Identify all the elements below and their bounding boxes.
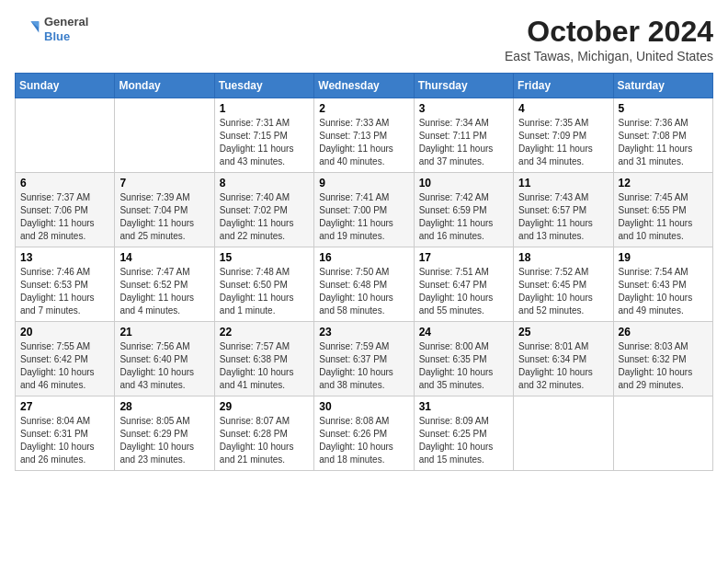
day-number: 13 <box>20 251 109 264</box>
calendar-cell: 13Sunrise: 7:46 AM Sunset: 6:53 PM Dayli… <box>16 247 115 322</box>
calendar-cell: 17Sunrise: 7:51 AM Sunset: 6:47 PM Dayli… <box>414 247 513 322</box>
day-info: Sunrise: 7:46 AM Sunset: 6:53 PM Dayligh… <box>20 266 109 317</box>
calendar-cell: 9Sunrise: 7:41 AM Sunset: 7:00 PM Daylig… <box>314 173 414 247</box>
calendar-cell: 18Sunrise: 7:52 AM Sunset: 6:45 PM Dayli… <box>514 247 613 322</box>
day-info: Sunrise: 7:52 AM Sunset: 6:45 PM Dayligh… <box>518 266 608 317</box>
header-day: Friday <box>514 74 613 98</box>
calendar-cell: 31Sunrise: 8:09 AM Sunset: 6:25 PM Dayli… <box>414 396 513 471</box>
header-row: SundayMondayTuesdayWednesdayThursdayFrid… <box>16 74 713 98</box>
day-info: Sunrise: 7:50 AM Sunset: 6:48 PM Dayligh… <box>319 266 408 317</box>
day-info: Sunrise: 8:00 AM Sunset: 6:35 PM Dayligh… <box>419 340 508 392</box>
day-info: Sunrise: 7:34 AM Sunset: 7:11 PM Dayligh… <box>419 117 508 168</box>
calendar-cell <box>613 396 712 471</box>
calendar-cell: 2Sunrise: 7:33 AM Sunset: 7:13 PM Daylig… <box>314 98 414 173</box>
day-info: Sunrise: 7:31 AM Sunset: 7:15 PM Dayligh… <box>220 117 309 168</box>
calendar-cell: 3Sunrise: 7:34 AM Sunset: 7:11 PM Daylig… <box>414 98 513 173</box>
day-number: 31 <box>419 400 508 413</box>
calendar-cell: 21Sunrise: 7:56 AM Sunset: 6:40 PM Dayli… <box>115 322 214 396</box>
calendar-cell: 22Sunrise: 7:57 AM Sunset: 6:38 PM Dayli… <box>214 322 313 396</box>
day-number: 18 <box>518 251 608 264</box>
day-number: 5 <box>619 102 708 115</box>
header-day: Monday <box>115 74 214 98</box>
day-info: Sunrise: 8:03 AM Sunset: 6:32 PM Dayligh… <box>619 340 708 392</box>
calendar-cell: 23Sunrise: 7:59 AM Sunset: 6:37 PM Dayli… <box>314 322 414 396</box>
calendar-cell: 11Sunrise: 7:43 AM Sunset: 6:57 PM Dayli… <box>514 173 613 247</box>
calendar-cell: 19Sunrise: 7:54 AM Sunset: 6:43 PM Dayli… <box>613 247 712 322</box>
day-number: 29 <box>220 400 309 413</box>
day-info: Sunrise: 7:43 AM Sunset: 6:57 PM Dayligh… <box>518 191 608 243</box>
logo-line1: General <box>44 15 88 29</box>
day-number: 16 <box>319 251 408 264</box>
day-number: 6 <box>20 177 109 190</box>
calendar-cell: 26Sunrise: 8:03 AM Sunset: 6:32 PM Dayli… <box>613 322 712 396</box>
day-info: Sunrise: 7:55 AM Sunset: 6:42 PM Dayligh… <box>20 340 109 392</box>
calendar-week-row: 27Sunrise: 8:04 AM Sunset: 6:31 PM Dayli… <box>16 396 713 471</box>
day-info: Sunrise: 8:08 AM Sunset: 6:26 PM Dayligh… <box>319 415 408 466</box>
day-number: 24 <box>419 326 508 339</box>
day-info: Sunrise: 7:35 AM Sunset: 7:09 PM Dayligh… <box>518 117 608 168</box>
day-number: 11 <box>518 177 608 190</box>
logo: General Blue <box>15 15 88 43</box>
logo-text: General Blue <box>44 15 88 43</box>
day-info: Sunrise: 7:59 AM Sunset: 6:37 PM Dayligh… <box>319 340 408 392</box>
day-info: Sunrise: 7:54 AM Sunset: 6:43 PM Dayligh… <box>619 266 708 317</box>
calendar-table: SundayMondayTuesdayWednesdayThursdayFrid… <box>15 73 713 471</box>
calendar-cell <box>16 98 115 173</box>
day-number: 2 <box>319 102 408 115</box>
month-title: October 2024 <box>505 15 713 49</box>
calendar-cell: 12Sunrise: 7:45 AM Sunset: 6:55 PM Dayli… <box>613 173 712 247</box>
day-number: 14 <box>119 251 209 264</box>
day-number: 3 <box>419 102 508 115</box>
day-number: 19 <box>619 251 708 264</box>
calendar-header: SundayMondayTuesdayWednesdayThursdayFrid… <box>16 74 713 98</box>
day-info: Sunrise: 8:04 AM Sunset: 6:31 PM Dayligh… <box>20 415 109 466</box>
day-info: Sunrise: 7:39 AM Sunset: 7:04 PM Dayligh… <box>119 191 209 243</box>
day-info: Sunrise: 8:09 AM Sunset: 6:25 PM Dayligh… <box>419 415 508 466</box>
day-number: 4 <box>518 102 608 115</box>
day-number: 30 <box>319 400 408 413</box>
calendar-week-row: 20Sunrise: 7:55 AM Sunset: 6:42 PM Dayli… <box>16 322 713 396</box>
day-number: 1 <box>220 102 309 115</box>
day-info: Sunrise: 7:37 AM Sunset: 7:06 PM Dayligh… <box>20 191 109 243</box>
day-number: 26 <box>619 326 708 339</box>
calendar-cell: 30Sunrise: 8:08 AM Sunset: 6:26 PM Dayli… <box>314 396 414 471</box>
calendar-cell: 29Sunrise: 8:07 AM Sunset: 6:28 PM Dayli… <box>214 396 313 471</box>
day-info: Sunrise: 8:05 AM Sunset: 6:29 PM Dayligh… <box>119 415 209 466</box>
location: East Tawas, Michigan, United States <box>505 49 713 63</box>
calendar-cell: 24Sunrise: 8:00 AM Sunset: 6:35 PM Dayli… <box>414 322 513 396</box>
day-info: Sunrise: 7:57 AM Sunset: 6:38 PM Dayligh… <box>220 340 309 392</box>
day-number: 25 <box>518 326 608 339</box>
calendar-cell: 5Sunrise: 7:36 AM Sunset: 7:08 PM Daylig… <box>613 98 712 173</box>
day-number: 7 <box>119 177 209 190</box>
calendar-week-row: 6Sunrise: 7:37 AM Sunset: 7:06 PM Daylig… <box>16 173 713 247</box>
day-number: 27 <box>20 400 109 413</box>
day-info: Sunrise: 7:47 AM Sunset: 6:52 PM Dayligh… <box>119 266 209 317</box>
day-info: Sunrise: 7:42 AM Sunset: 6:59 PM Dayligh… <box>419 191 508 243</box>
calendar-cell: 16Sunrise: 7:50 AM Sunset: 6:48 PM Dayli… <box>314 247 414 322</box>
header-day: Sunday <box>16 74 115 98</box>
calendar-week-row: 1Sunrise: 7:31 AM Sunset: 7:15 PM Daylig… <box>16 98 713 173</box>
day-info: Sunrise: 7:48 AM Sunset: 6:50 PM Dayligh… <box>220 266 309 317</box>
logo-icon <box>15 17 40 42</box>
day-number: 8 <box>220 177 309 190</box>
calendar-cell: 28Sunrise: 8:05 AM Sunset: 6:29 PM Dayli… <box>115 396 214 471</box>
day-number: 23 <box>319 326 408 339</box>
day-info: Sunrise: 8:07 AM Sunset: 6:28 PM Dayligh… <box>220 415 309 466</box>
calendar-cell <box>514 396 613 471</box>
calendar-body: 1Sunrise: 7:31 AM Sunset: 7:15 PM Daylig… <box>16 98 713 471</box>
calendar-cell: 8Sunrise: 7:40 AM Sunset: 7:02 PM Daylig… <box>214 173 313 247</box>
calendar-cell: 14Sunrise: 7:47 AM Sunset: 6:52 PM Dayli… <box>115 247 214 322</box>
day-info: Sunrise: 7:56 AM Sunset: 6:40 PM Dayligh… <box>119 340 209 392</box>
header-day: Saturday <box>613 74 712 98</box>
day-info: Sunrise: 7:40 AM Sunset: 7:02 PM Dayligh… <box>220 191 309 243</box>
calendar-cell: 10Sunrise: 7:42 AM Sunset: 6:59 PM Dayli… <box>414 173 513 247</box>
day-number: 17 <box>419 251 508 264</box>
calendar-cell: 27Sunrise: 8:04 AM Sunset: 6:31 PM Dayli… <box>16 396 115 471</box>
calendar-cell: 4Sunrise: 7:35 AM Sunset: 7:09 PM Daylig… <box>514 98 613 173</box>
header-day: Tuesday <box>214 74 313 98</box>
title-block: October 2024 East Tawas, Michigan, Unite… <box>505 15 713 63</box>
day-info: Sunrise: 7:33 AM Sunset: 7:13 PM Dayligh… <box>319 117 408 168</box>
page-header: General Blue October 2024 East Tawas, Mi… <box>15 15 713 63</box>
day-info: Sunrise: 7:41 AM Sunset: 7:00 PM Dayligh… <box>319 191 408 243</box>
day-number: 22 <box>220 326 309 339</box>
